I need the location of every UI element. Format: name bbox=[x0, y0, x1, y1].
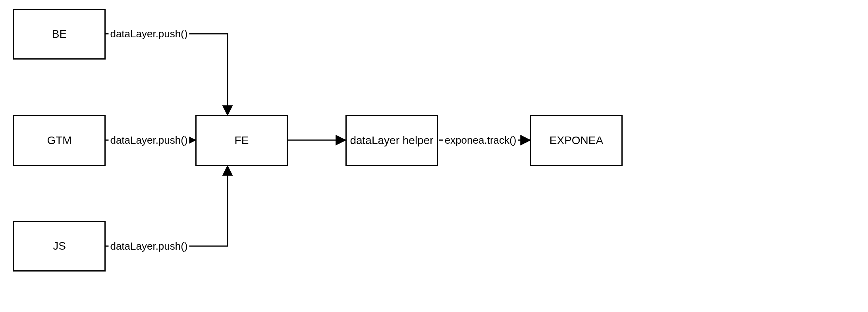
edge-be-fe bbox=[106, 34, 228, 115]
edge-label-dlhelper-exponea-text: exponea.track() bbox=[445, 134, 517, 146]
edge-label-dlhelper-exponea: exponea.track() bbox=[443, 134, 518, 146]
node-exponea-label: EXPONEA bbox=[550, 134, 603, 147]
diagram-canvas: BE GTM JS FE dataLayer helper EXPONEA da… bbox=[0, 0, 868, 312]
edge-label-be-fe-text: dataLayer.push() bbox=[110, 28, 187, 40]
node-dlhelper-label: dataLayer helper bbox=[350, 134, 433, 147]
node-exponea: EXPONEA bbox=[530, 115, 623, 166]
node-dlhelper: dataLayer helper bbox=[345, 115, 438, 166]
edge-label-gtm-fe-text: dataLayer.push() bbox=[110, 134, 187, 146]
node-js-label: JS bbox=[53, 240, 66, 252]
edge-label-js-fe-text: dataLayer.push() bbox=[110, 240, 187, 252]
node-gtm-label: GTM bbox=[47, 134, 71, 147]
node-be: BE bbox=[13, 9, 106, 60]
node-fe: FE bbox=[195, 115, 288, 166]
edge-label-gtm-fe: dataLayer.push() bbox=[108, 134, 189, 146]
edge-js-fe bbox=[106, 166, 228, 246]
node-js: JS bbox=[13, 221, 106, 272]
edge-label-js-fe: dataLayer.push() bbox=[108, 240, 189, 252]
node-be-label: BE bbox=[52, 28, 67, 40]
node-gtm: GTM bbox=[13, 115, 106, 166]
edge-label-be-fe: dataLayer.push() bbox=[108, 28, 189, 40]
node-fe-label: FE bbox=[235, 134, 249, 147]
